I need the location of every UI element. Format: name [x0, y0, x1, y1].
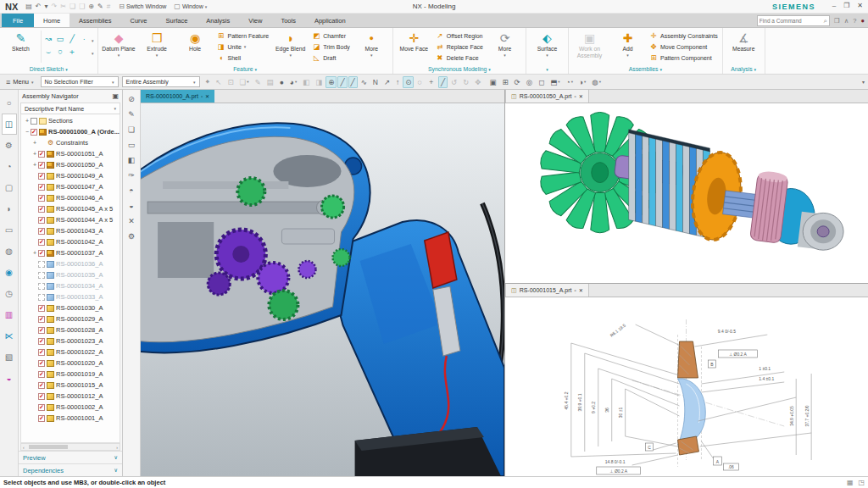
display-style-icon[interactable]: ◑▾: [576, 76, 588, 88]
orient-view-icon[interactable]: ⟳: [512, 76, 523, 88]
checkbox[interactable]: ✓: [38, 239, 45, 246]
pattern-component-button[interactable]: ⊞Pattern Component: [649, 53, 718, 63]
delete-face-button[interactable]: ✖Delete Face: [436, 53, 483, 63]
checkbox[interactable]: ✓: [38, 327, 45, 334]
tree-item[interactable]: ✓RS-00001019_A: [21, 369, 120, 380]
section-view-icon[interactable]: ◒: [129, 201, 133, 211]
hd3d-tools-icon[interactable]: ▭: [2, 219, 17, 241]
clip-section-icon[interactable]: ◨: [313, 76, 325, 88]
plus-snap-icon[interactable]: ＋: [425, 76, 437, 88]
expand-icon[interactable]: +: [31, 151, 38, 157]
scroll-right-icon[interactable]: ›: [116, 445, 118, 450]
dropdown-icon[interactable]: ▾: [92, 51, 94, 56]
web-browser-icon[interactable]: ◍: [2, 241, 17, 262]
rotate-ccw-icon[interactable]: ↺: [448, 76, 459, 88]
arc-icon[interactable]: ⌣: [42, 47, 54, 59]
profile-icon[interactable]: ↝: [42, 34, 54, 47]
fit-view-icon[interactable]: ▣: [487, 76, 498, 88]
datum-plane-button[interactable]: ◆ Datum Plane ▾: [100, 29, 138, 64]
tree-item[interactable]: ✓RS-00001047_A: [21, 181, 120, 192]
center-snap-icon[interactable]: ⊙: [403, 76, 414, 88]
tab-file[interactable]: File: [2, 14, 34, 27]
perspective-icon[interactable]: ◎: [524, 76, 535, 88]
pattern-feature-button[interactable]: ⊞Pattern Feature: [217, 31, 270, 41]
preferences-gear-icon[interactable]: ⚙: [128, 231, 135, 241]
midpoint-snap-icon[interactable]: ╱: [348, 76, 358, 88]
checkbox[interactable]: ✓: [38, 360, 45, 367]
feature-group-label[interactable]: Feature▾: [100, 64, 391, 74]
paint-icon[interactable]: ✑: [128, 170, 135, 180]
expand-icon[interactable]: +: [31, 140, 38, 146]
tree-item[interactable]: RS-00001034_A: [21, 280, 120, 291]
window-menu-button[interactable]: ▢ Window ▾: [174, 3, 207, 10]
arc-snap-icon[interactable]: ◌: [415, 76, 424, 88]
move-component-button[interactable]: ✥Move Component: [649, 42, 718, 52]
checkbox[interactable]: [31, 118, 37, 125]
expand-icon[interactable]: +: [31, 250, 38, 256]
render-style-icon[interactable]: ◔▾: [564, 76, 576, 88]
endpoint-snap-icon[interactable]: ╱: [337, 76, 347, 88]
tree-item[interactable]: ✓RS-00001012_A: [21, 391, 120, 402]
tab-surface[interactable]: Surface: [156, 14, 197, 27]
sketch-qa-icon[interactable]: ✎: [97, 1, 104, 13]
axis-snap-icon[interactable]: ↑: [393, 76, 402, 88]
checkbox[interactable]: ✓: [38, 162, 45, 169]
cut-icon[interactable]: ✂: [59, 1, 67, 13]
shaded-view-icon[interactable]: ⬒▾: [548, 76, 562, 88]
spline-snap-icon[interactable]: Ν: [370, 76, 381, 88]
expand-icon[interactable]: +: [24, 118, 31, 124]
copy-icon[interactable]: ❏: [69, 1, 76, 13]
minimize-button[interactable]: –: [832, 2, 836, 9]
pan-icon[interactable]: ✥: [472, 76, 483, 88]
doc-tab-top[interactable]: ◫ RS-00001050_A.prt ▫ ✕: [505, 90, 589, 103]
checkbox[interactable]: ✓: [38, 382, 45, 389]
shaded-edges-icon[interactable]: ◧: [128, 155, 136, 165]
checkbox[interactable]: ✓: [38, 195, 45, 202]
feature-more-button[interactable]: ● More ▾: [353, 29, 391, 64]
checkbox[interactable]: ✓: [38, 173, 45, 180]
column-header[interactable]: Descriptive Part Name▾: [20, 103, 120, 114]
roles-icon[interactable]: ⋉: [2, 325, 17, 347]
window-mode-icon[interactable]: ◳: [858, 479, 865, 486]
drawing-viewport-canvas[interactable]: 45.4 +0.2 39.9 +0.1 9 +0.2 36 30 ±1 9.4 …: [505, 297, 868, 476]
preview-section[interactable]: Preview∨: [19, 451, 122, 463]
system-tools-icon[interactable]: ▧: [2, 347, 17, 368]
minimize-ribbon-icon[interactable]: ∧: [844, 17, 849, 25]
direct-sketch-group-label[interactable]: Direct Sketch▾: [2, 64, 96, 74]
tree-item[interactable]: ✓RS-00001001_A: [21, 413, 120, 424]
user-icon[interactable]: ●: [860, 17, 865, 25]
tree-item[interactable]: +✓RS-00001050_A: [21, 159, 120, 170]
tree-item[interactable]: ✓RS-00001015_A: [21, 380, 120, 391]
sphere-icon[interactable]: ●: [277, 76, 287, 88]
tab-close-icon[interactable]: ✕: [579, 93, 583, 99]
circle-icon[interactable]: ○: [54, 47, 66, 59]
checkbox[interactable]: [38, 261, 45, 268]
scrollbar-thumb[interactable]: [29, 445, 68, 449]
tab-float-icon[interactable]: ▫: [575, 288, 576, 293]
tab-assemblies[interactable]: Assemblies: [70, 14, 120, 27]
assembly-navigator-icon[interactable]: ◫: [2, 114, 17, 135]
hide-icon[interactable]: ⊘: [128, 94, 135, 104]
add-component-button[interactable]: ✚ Add ▾: [609, 29, 647, 64]
tree-item[interactable]: ✓RS-00001045_A x 5: [21, 203, 120, 214]
tree-item[interactable]: ✓RS-00001023_A: [21, 336, 120, 347]
line-icon[interactable]: ╱: [66, 34, 78, 47]
box-select-icon[interactable]: ⊡: [225, 76, 236, 88]
plus-icon[interactable]: ＋: [66, 47, 78, 59]
tree-item[interactable]: ✓RS-00001046_A: [21, 192, 120, 203]
tab-application[interactable]: Application: [305, 14, 355, 27]
surface-button[interactable]: ⬖ Surface ▾: [528, 29, 566, 64]
layer-icon[interactable]: ▤: [264, 76, 276, 88]
touch-mode-icon[interactable]: ◒: [2, 368, 17, 389]
tab-curve[interactable]: Curve: [120, 14, 156, 27]
checkbox[interactable]: ✓: [38, 371, 45, 378]
checkbox[interactable]: ✓: [38, 393, 45, 400]
checkbox[interactable]: ✓: [38, 415, 45, 422]
undo-dropdown-icon[interactable]: ▾: [44, 1, 49, 13]
synchronous-modeling-group-label[interactable]: Synchronous Modeling▾: [395, 64, 524, 74]
hole-button[interactable]: ◉ Hole: [176, 29, 214, 64]
edge-snap-icon[interactable]: ╱: [438, 76, 448, 88]
part-navigator-icon[interactable]: ◔: [2, 156, 17, 177]
shell-button[interactable]: ◖Shell: [217, 53, 270, 63]
undo-icon[interactable]: ↶: [35, 1, 42, 13]
